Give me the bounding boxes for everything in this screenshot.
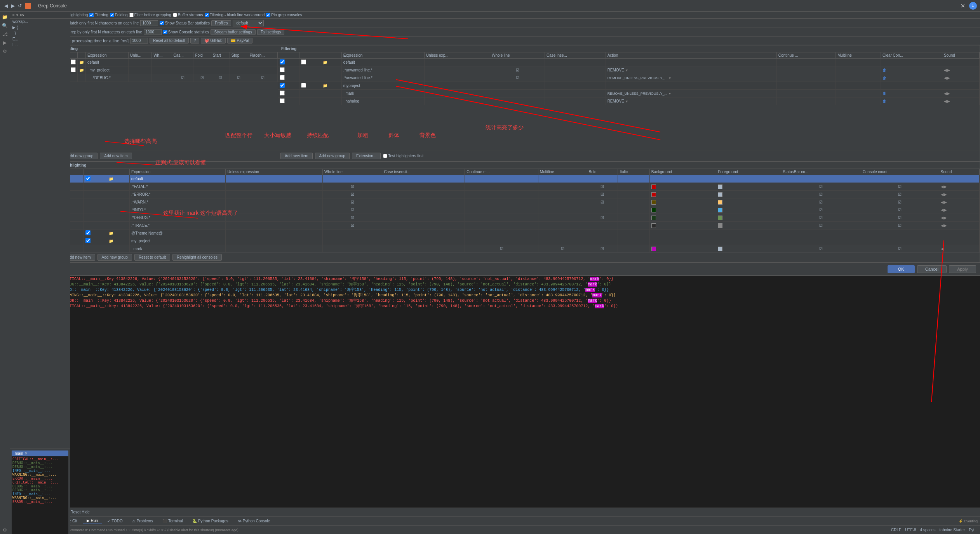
filter-before-cb[interactable] (129, 13, 134, 17)
hl-r6-sound[interactable]: ◀▶ (939, 222, 979, 230)
problems-tab[interactable]: ⚠ Problems (128, 518, 157, 524)
table-row[interactable]: .*FATAL.* ☑ ☑ ☑ ☑ ◀▶ (61, 183, 980, 191)
hl-r1-fg[interactable] (716, 183, 781, 191)
table-row[interactable]: 📁 @Theme Name@ (61, 230, 980, 237)
table-row[interactable]: .*unwanted line.* ☑ REMOVE ▼ 🗑 ◀▶ (278, 66, 980, 74)
rehighlight-button[interactable]: Rehighlight all consoles (172, 254, 222, 261)
profiles-select[interactable]: default (233, 20, 264, 26)
filtering-cb[interactable] (89, 13, 94, 17)
workspace-item[interactable]: worksp... (10, 19, 70, 24)
table-row[interactable]: hahalog REMOVE ▼ 🗑 ◀▶ (278, 97, 980, 105)
table-row[interactable]: .*unwanted line.* ☑ REMOVE_UNLESS_PREVIO… (278, 74, 980, 82)
filt-r2-sound[interactable]: ◀▶ (942, 74, 979, 82)
buffer-streams-checkbox[interactable]: Buffer streams (173, 13, 203, 17)
file-explorer-icon[interactable]: 📁 (1, 13, 9, 21)
table-row[interactable]: 📁 my_project (61, 237, 980, 245)
filt-r1-clear[interactable]: 🗑 (881, 66, 942, 74)
sidebar-item-1[interactable]: ▶ { (10, 24, 70, 30)
run-tab[interactable]: main ✕ (12, 451, 68, 456)
extension-button[interactable]: Extension... (352, 153, 381, 159)
filt-r4-cb[interactable] (280, 90, 285, 96)
max-ms-input[interactable] (130, 38, 148, 43)
folding-cb[interactable] (110, 13, 114, 17)
table-row[interactable]: mark REMOVE_UNLESS_PREVIOUSLY_... ▼ 🗑 ◀▶ (278, 90, 980, 97)
filt-r1-cb[interactable] (280, 67, 285, 72)
tail-settings-button[interactable]: Tail settings (257, 29, 284, 35)
close-button[interactable]: ✕ (961, 3, 965, 9)
hl-r1-sound[interactable]: ◀▶ (939, 183, 979, 191)
stream-buffer-button[interactable]: Stream buffer settings (211, 29, 256, 35)
cancel-button[interactable]: Cancel (917, 265, 947, 273)
profiles-button[interactable]: Profiles (211, 20, 231, 26)
hl-r1-bg[interactable] (649, 183, 716, 191)
table-row[interactable]: .*TRACE.* ☑ ☑ ☑ ◀▶ (61, 222, 980, 230)
hl-r5-fg[interactable] (716, 214, 781, 222)
table-row[interactable]: .*DEBUG.* ☑ ☑ ☑ ☑ ◀▶ (61, 214, 980, 222)
hl-r0-cb2[interactable] (85, 176, 91, 181)
back-icon[interactable]: ◀ (3, 3, 9, 9)
table-row[interactable]: 📁 default (61, 59, 278, 66)
hl-r5-sound[interactable]: ◀▶ (939, 214, 979, 222)
terminal-tab[interactable]: ⬛ Terminal (158, 518, 187, 524)
hl-r9-bg[interactable] (649, 245, 716, 252)
table-row[interactable]: 📁 default (61, 175, 980, 183)
forward-icon[interactable]: ▶ (10, 3, 16, 9)
pin-grep-checkbox[interactable]: Pin grep consoles (266, 13, 302, 17)
filt-r2-cb[interactable] (280, 75, 285, 80)
hl-r7-cb2[interactable] (85, 230, 91, 235)
table-row[interactable]: 📁 myproject (278, 82, 980, 90)
show-status-bar-checkbox[interactable]: Show Status Bar statistics (160, 21, 210, 25)
filt-r5-sound[interactable]: ◀▶ (942, 97, 979, 105)
table-row[interactable]: .*WARN.* ☑ ☑ ☑ ☑ ◀▶ (61, 198, 980, 206)
run-tab-btn[interactable]: ▶ Run (83, 518, 102, 524)
test-highlighters-label[interactable]: Test highlighters first (383, 153, 423, 159)
filt-r0-cb[interactable] (280, 59, 285, 64)
github-button[interactable]: 🐙 GitHub (201, 38, 226, 43)
show-status-bar-cb[interactable] (160, 21, 164, 25)
hl-r5-bg[interactable] (649, 214, 716, 222)
filt-r4-sound[interactable]: ◀▶ (942, 90, 979, 97)
python-packages-tab[interactable]: 🐍 Python Packages (188, 518, 232, 524)
sidebar-item-3[interactable]: E... (10, 36, 70, 42)
table-row[interactable]: 📁 default (278, 59, 980, 66)
table-row[interactable]: mark ☑ ☑ ☑ ☑ ☑ ◀ (61, 245, 980, 252)
sidebar-item-2[interactable]: } (10, 30, 70, 36)
filt-r3-cb2[interactable] (301, 83, 306, 88)
add-item-button-fold[interactable]: Add new item (100, 153, 132, 159)
hl-r9-fg[interactable] (716, 245, 781, 252)
filt-r2-clear[interactable]: 🗑 (881, 74, 942, 82)
grep-n-input[interactable] (144, 29, 162, 35)
filtering-blank-checkbox[interactable]: Filtering - blank line workaround (205, 13, 265, 17)
filt-r4-clear[interactable]: 🗑 (881, 90, 942, 97)
hl-r3-fg[interactable] (716, 198, 781, 206)
hl-r3-sound[interactable]: ◀▶ (939, 198, 979, 206)
add-group-button-hl[interactable]: Add new group (97, 254, 132, 261)
run-debug-icon[interactable]: ▶ (1, 39, 9, 47)
ok-button[interactable]: OK (888, 265, 915, 273)
reset-all-button[interactable]: Reset all to default (150, 38, 189, 43)
settings-icon[interactable]: ⚙ (1, 526, 9, 534)
table-row[interactable]: .*ERROR.* ☑ ☑ ☑ ☑ ◀▶ (61, 191, 980, 198)
show-console-checkbox[interactable]: Show Console statistics (163, 30, 209, 34)
hl-r6-fg[interactable] (716, 222, 781, 230)
filt-r5-clear[interactable]: 🗑 (881, 97, 942, 105)
paypal-button[interactable]: 💳 PayPal (227, 38, 252, 43)
reset-default-button[interactable]: Reset to default (134, 254, 170, 261)
fold-row0-cb2[interactable] (71, 59, 76, 64)
table-row[interactable]: .*INFO.* ☑ ☑ ☑ ◀▶ (61, 206, 980, 214)
table-row[interactable]: 📁 my_proiject (61, 66, 278, 74)
hl-r2-sound[interactable]: ◀▶ (939, 191, 979, 198)
filt-r3-cb[interactable] (280, 83, 285, 88)
extensions-icon[interactable]: ⚙ (1, 47, 9, 55)
filtering-blank-cb[interactable] (205, 13, 209, 17)
hl-r4-bg[interactable] (649, 206, 716, 214)
todo-tab[interactable]: ✓ TODO (103, 518, 127, 524)
folding-checkbox[interactable]: Folding (110, 13, 128, 17)
hl-r4-sound[interactable]: ◀▶ (939, 206, 979, 214)
buffer-streams-cb[interactable] (173, 13, 177, 17)
refresh-icon[interactable]: ↺ (17, 3, 23, 9)
add-item-button-filt[interactable]: Add new item (280, 153, 313, 159)
pin-grep-cb[interactable] (266, 13, 270, 17)
add-group-button-filt[interactable]: Add new group (315, 153, 350, 159)
hl-r4-fg[interactable] (716, 206, 781, 214)
